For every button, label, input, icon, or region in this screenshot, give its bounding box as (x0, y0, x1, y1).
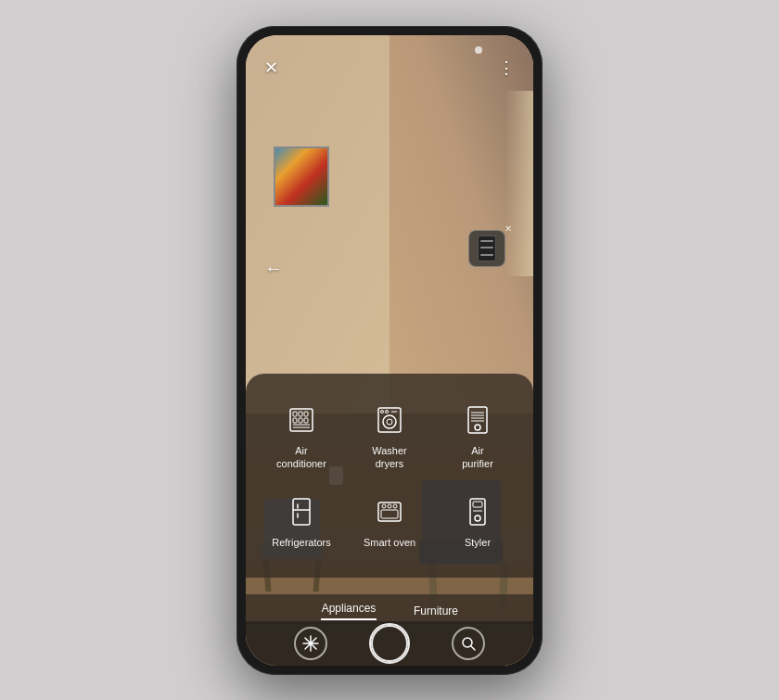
svg-point-29 (393, 504, 397, 508)
svg-point-11 (387, 419, 392, 425)
category-item-refrigerators[interactable]: Refrigerators (260, 484, 343, 558)
tab-furniture[interactable]: Furniture (414, 605, 458, 617)
styler-icon (461, 495, 494, 528)
ar-product-icon (478, 235, 496, 261)
refrigerators-label: Refrigerators (272, 536, 331, 549)
category-item-air-purifier[interactable]: Airpurifier (436, 392, 519, 480)
svg-point-20 (475, 425, 480, 430)
close-button[interactable]: ✕ (264, 57, 278, 78)
svg-rect-21 (293, 499, 310, 525)
svg-point-33 (475, 515, 480, 521)
svg-rect-5 (299, 418, 302, 423)
category-panel: Airconditioner Washerdry (246, 374, 533, 578)
tab-appliances-underline (321, 618, 377, 620)
svg-rect-6 (304, 418, 308, 423)
washer-dryers-icon (373, 403, 406, 437)
svg-point-28 (388, 504, 391, 508)
phone-screen: ✕ ⋮ ← ✕ (246, 35, 533, 666)
ar-preview[interactable]: ✕ (468, 230, 505, 267)
tab-appliances-label: Appliances (322, 602, 377, 615)
bottom-action-bar (246, 621, 533, 666)
artwork (274, 146, 329, 207)
tab-appliances[interactable]: Appliances (321, 602, 377, 620)
phone-frame: ✕ ⋮ ← ✕ (236, 26, 543, 675)
svg-rect-3 (304, 412, 308, 416)
svg-line-40 (471, 646, 475, 650)
camera-shutter-button[interactable] (369, 623, 410, 664)
more-options-button[interactable]: ⋮ (498, 57, 515, 78)
category-item-air-conditioner[interactable]: Airconditioner (260, 392, 343, 480)
search-button[interactable] (452, 627, 485, 660)
svg-point-12 (381, 410, 384, 413)
svg-point-27 (382, 504, 386, 508)
category-item-smart-oven[interactable]: Smart oven (348, 484, 431, 558)
category-item-washer-dryers[interactable]: Washerdryers (348, 392, 431, 480)
washer-dryers-label: Washerdryers (372, 444, 407, 471)
air-purifier-label: Airpurifier (462, 444, 493, 471)
svg-rect-2 (299, 412, 302, 416)
snowflake-button[interactable] (294, 627, 327, 660)
svg-rect-4 (293, 418, 297, 423)
svg-point-13 (386, 410, 389, 413)
refrigerators-icon (285, 495, 318, 528)
svg-rect-1 (293, 412, 297, 416)
air-conditioner-icon (285, 403, 318, 437)
svg-point-10 (383, 415, 396, 428)
top-controls: ✕ ⋮ (246, 35, 533, 86)
air-purifier-icon (461, 403, 494, 437)
svg-rect-15 (468, 407, 487, 433)
bottom-tabs: Appliances Furniture (246, 594, 533, 624)
svg-rect-31 (473, 502, 482, 507)
category-item-styler[interactable]: Styler (436, 484, 519, 558)
svg-rect-26 (381, 510, 398, 518)
svg-point-38 (309, 642, 313, 645)
air-conditioner-label: Airconditioner (276, 444, 326, 471)
styler-label: Styler (465, 536, 491, 549)
tab-furniture-label: Furniture (414, 605, 458, 617)
dot-indicator (475, 46, 482, 54)
back-arrow-button[interactable]: ← (264, 258, 283, 279)
ar-close-button[interactable]: ✕ (504, 223, 512, 234)
category-grid: Airconditioner Washerdry (260, 392, 519, 559)
smart-oven-icon (373, 495, 406, 528)
window-light (505, 91, 533, 276)
smart-oven-label: Smart oven (364, 536, 415, 549)
